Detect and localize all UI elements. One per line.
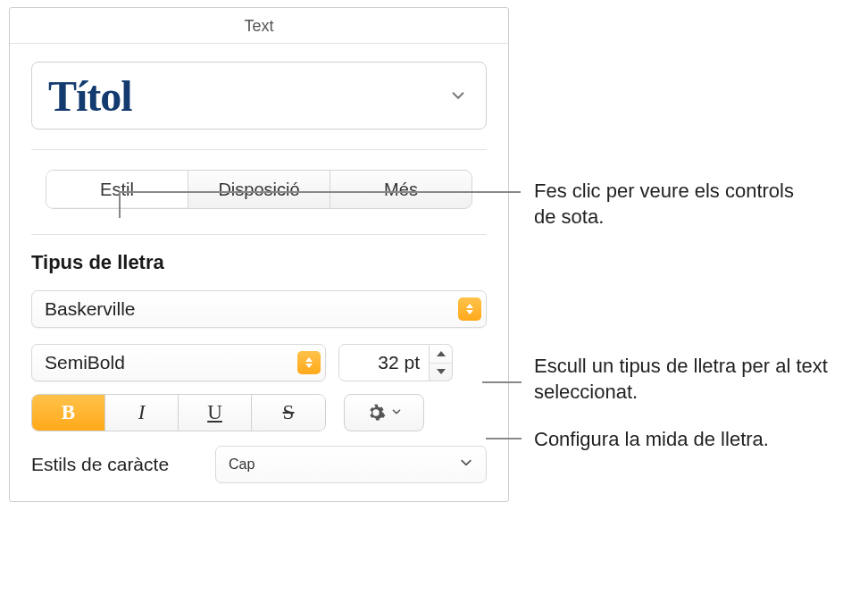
tab-group: Estil Disposició Més [46,170,472,209]
callout-tabs: Fes clic per veure els controls de sota. [534,179,820,230]
underline-button[interactable]: U [179,395,252,431]
font-weight-select[interactable]: SemiBold [31,344,326,381]
font-family-value: Baskerville [45,298,458,320]
font-size-field: 32 pt [338,344,453,381]
font-size-input[interactable]: 32 pt [338,344,430,381]
callout-connector [119,191,521,193]
chevron-down-icon [450,88,466,104]
chevron-down-icon [459,456,473,473]
strikethrough-button[interactable]: S [252,395,325,431]
italic-button[interactable]: I [105,395,179,431]
font-family-select[interactable]: Baskerville [31,290,487,328]
character-styles-value: Cap [229,456,255,473]
character-styles-select[interactable]: Cap [215,446,487,483]
chevron-down-icon [391,405,402,421]
divider [31,149,487,150]
bold-button[interactable]: B [32,395,105,431]
text-format-segmented: B I U S [31,394,326,431]
updown-caret-icon [297,351,321,374]
gear-icon [366,403,386,423]
advanced-options-button[interactable] [344,394,424,431]
character-styles-label: Estils de caràcte [31,454,197,475]
tab-more[interactable]: Més [330,171,472,208]
paragraph-style-dropdown[interactable]: Títol [31,62,487,130]
paragraph-style-name: Títol [48,71,132,121]
callout-connector [119,191,121,218]
callout-font-size: Configura la mida de lletra. [534,427,864,453]
callout-connector [486,438,522,439]
tab-style[interactable]: Estil [46,171,188,208]
callout-connector [482,381,522,383]
font-size-decrease[interactable] [430,364,452,381]
arrow-up-icon [437,351,446,356]
font-size-stepper [430,344,453,381]
panel-title: Text [10,8,508,44]
font-weight-value: SemiBold [45,352,297,373]
callout-font-family: Escull un tipus de lletra per al text se… [534,354,855,405]
updown-caret-icon [458,297,481,321]
text-inspector-panel: Text Títol Estil Disposició Més Tipus de… [9,7,509,502]
divider [31,234,487,235]
tab-layout[interactable]: Disposició [188,171,330,208]
arrow-down-icon [437,369,446,374]
font-section-label: Tipus de lletra [31,251,487,274]
font-size-increase[interactable] [430,345,452,364]
